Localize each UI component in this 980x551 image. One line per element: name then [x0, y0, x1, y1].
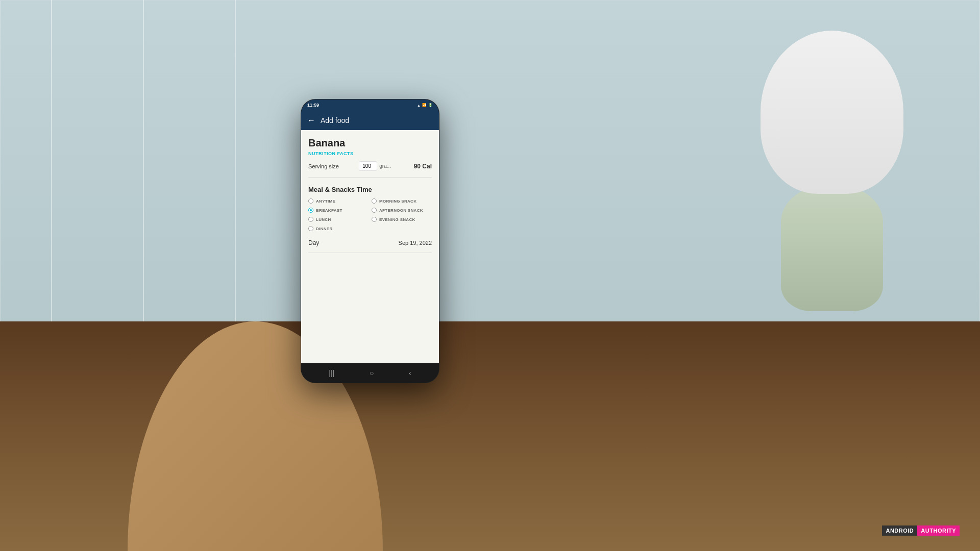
- option-breakfast[interactable]: BREAKFAST: [308, 208, 369, 213]
- radio-afternoon-snack[interactable]: [372, 208, 377, 213]
- meal-section-title: Meal & Snacks Time: [308, 186, 432, 193]
- app-content: Banana NUTRITION FACTS Serving size gra.…: [301, 130, 439, 254]
- label-dinner: DINNER: [316, 227, 332, 231]
- label-morning-snack: MORNING SNACK: [379, 199, 416, 204]
- option-lunch[interactable]: LUNCH: [308, 217, 369, 222]
- nutrition-facts-label: NUTRITION FACTS: [308, 151, 432, 156]
- app-header: ← Add food: [301, 111, 439, 130]
- day-row: Day Sep 19, 2022: [308, 239, 432, 253]
- back-nav-icon[interactable]: ‹: [409, 369, 411, 377]
- serving-input-group: gra...: [359, 161, 394, 171]
- phone-nav-bar: ||| ○ ‹: [301, 363, 439, 383]
- radio-lunch[interactable]: [308, 217, 313, 222]
- option-dinner[interactable]: DINNER: [308, 226, 369, 231]
- meal-options-grid: ANYTIME BREAKFAST LUNCH DINNER: [308, 198, 432, 231]
- label-breakfast: BREAKFAST: [316, 208, 342, 213]
- option-evening-snack[interactable]: EVENING SNACK: [372, 217, 432, 222]
- watermark: ANDROID AUTHORITY: [882, 525, 960, 536]
- status-time: 11:59: [307, 103, 319, 108]
- serving-size-label: Serving size: [308, 163, 339, 169]
- label-anytime: ANYTIME: [316, 199, 335, 204]
- calories-display: 90 Cal: [414, 163, 432, 170]
- recent-apps-icon[interactable]: |||: [329, 369, 334, 377]
- option-afternoon-snack[interactable]: AFTERNOON SNACK: [372, 208, 432, 213]
- option-anytime[interactable]: ANYTIME: [308, 198, 369, 204]
- label-lunch: LUNCH: [316, 217, 331, 222]
- watermark-android: ANDROID: [882, 525, 917, 536]
- day-value: Sep 19, 2022: [399, 240, 432, 246]
- watermark-authority: AUTHORITY: [917, 525, 960, 536]
- radio-dinner[interactable]: [308, 226, 313, 231]
- food-name: Banana: [308, 137, 432, 149]
- content-spacer: [301, 254, 439, 364]
- page-title: Add food: [321, 116, 349, 124]
- radio-evening-snack[interactable]: [372, 217, 377, 222]
- battery-icon: 🔋: [428, 103, 433, 107]
- status-icons: ▲ 📶 🔋: [417, 103, 433, 107]
- signal-icon: ▲: [417, 104, 421, 107]
- label-evening-snack: EVENING SNACK: [379, 217, 415, 222]
- back-button[interactable]: ←: [307, 116, 315, 125]
- wifi-icon: 📶: [422, 103, 427, 107]
- serving-unit: gra...: [379, 163, 394, 169]
- radio-morning-snack[interactable]: [372, 198, 377, 204]
- option-morning-snack[interactable]: MORNING SNACK: [372, 198, 432, 204]
- phone: 11:59 ▲ 📶 🔋 ← Add food Banana NUTRITION …: [301, 99, 439, 383]
- home-icon[interactable]: ○: [370, 369, 374, 377]
- radio-breakfast[interactable]: [308, 208, 313, 213]
- label-afternoon-snack: AFTERNOON SNACK: [379, 208, 423, 213]
- lamp: [761, 31, 903, 311]
- day-label: Day: [308, 239, 319, 246]
- status-bar: 11:59 ▲ 📶 🔋: [301, 99, 439, 111]
- serving-value-input[interactable]: [359, 161, 377, 171]
- serving-size-row: Serving size gra... 90 Cal: [308, 161, 432, 178]
- radio-anytime[interactable]: [308, 198, 313, 204]
